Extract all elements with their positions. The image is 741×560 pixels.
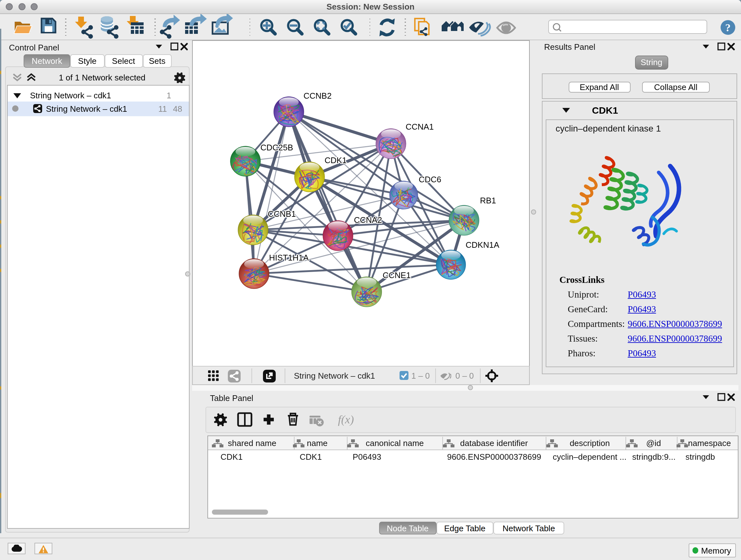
svg-text:database identifier: database identifier	[460, 438, 528, 448]
svg-text:CDKN1A: CDKN1A	[465, 240, 499, 249]
svg-text:canonical name: canonical name	[365, 438, 423, 448]
svg-text:f(x): f(x)	[338, 413, 354, 426]
svg-text:stringdb: stringdb	[685, 452, 715, 461]
svg-text:CCNA2: CCNA2	[354, 215, 382, 225]
svg-text:namespace: namespace	[688, 438, 731, 448]
svg-text:CDK1: CDK1	[299, 452, 321, 461]
svg-text:?: ?	[725, 22, 731, 34]
svg-text:9606.ENSP00000378699: 9606.ENSP00000378699	[447, 452, 541, 461]
svg-text:name: name	[307, 438, 327, 448]
svg-text:CCNB2: CCNB2	[303, 91, 331, 100]
svg-text:description: description	[569, 438, 610, 448]
svg-text:CDC25B: CDC25B	[260, 142, 293, 152]
svg-text:CDK1: CDK1	[220, 452, 242, 461]
svg-text:CDK1: CDK1	[324, 155, 346, 165]
svg-text:stringdb:9...: stringdb:9...	[632, 452, 675, 461]
svg-text:HIST1H1A: HIST1H1A	[269, 253, 309, 262]
svg-text:P06493: P06493	[352, 452, 381, 461]
svg-text:CDC6: CDC6	[418, 174, 441, 184]
svg-text:CCNB1: CCNB1	[267, 209, 295, 219]
svg-text:CCNA1: CCNA1	[405, 122, 433, 131]
svg-text:CCNE1: CCNE1	[382, 270, 410, 280]
svg-text:RB1: RB1	[480, 195, 496, 205]
svg-text:@id: @id	[646, 438, 661, 448]
svg-text:shared name: shared name	[227, 438, 276, 448]
svg-text:cyclin–dependent ...: cyclin–dependent ...	[552, 452, 626, 461]
